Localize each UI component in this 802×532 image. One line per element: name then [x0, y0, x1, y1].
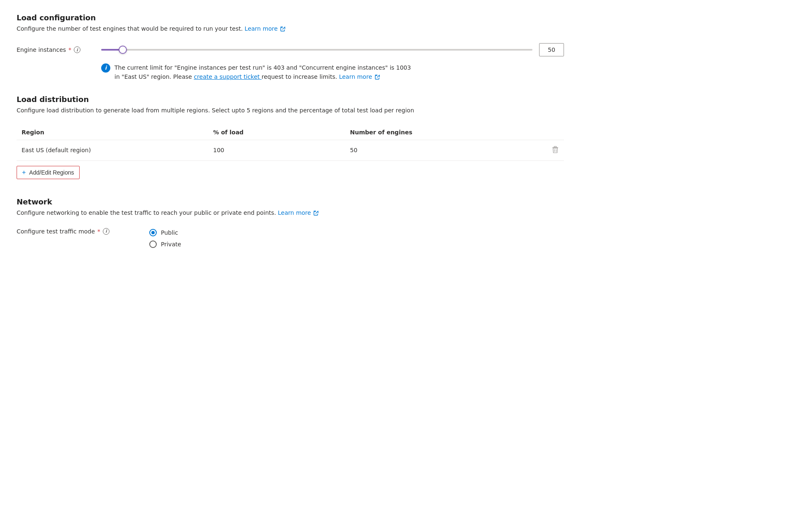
radio-circle-public[interactable] — [149, 229, 157, 236]
load-distribution-title: Load distribution — [17, 95, 564, 104]
svg-rect-1 — [552, 147, 558, 148]
info-circle-icon: i — [101, 63, 110, 73]
info-message-box: i The current limit for "Engine instance… — [101, 63, 416, 82]
traffic-required-indicator: * — [97, 228, 100, 235]
radio-dot-public — [151, 231, 155, 234]
traffic-mode-radio-group: Public Private — [149, 229, 181, 248]
region-cell: East US (default region) — [17, 140, 208, 160]
engine-instances-row: Engine instances * i 50 — [17, 43, 564, 56]
engines-cell: 50 — [345, 140, 509, 160]
info-message-text: The current limit for "Engine instances … — [114, 63, 416, 82]
load-config-title: Load configuration — [17, 13, 564, 22]
radio-option-public[interactable]: Public — [149, 229, 181, 236]
create-support-ticket-link[interactable]: create a support ticket — [194, 73, 261, 80]
external-link-icon-3 — [314, 211, 318, 216]
radio-option-private[interactable]: Private — [149, 240, 181, 248]
load-distribution-section: Load distribution Configure load distrib… — [17, 95, 564, 191]
engine-instances-slider-container: 50 — [101, 43, 564, 56]
table-header-row: Region % of load Number of engines — [17, 125, 564, 140]
load-config-learn-more-link[interactable]: Learn more — [245, 25, 285, 32]
external-link-icon — [280, 27, 285, 32]
add-edit-regions-button[interactable]: + Add/Edit Regions — [17, 166, 80, 179]
column-header-action — [509, 125, 564, 140]
svg-rect-0 — [554, 146, 557, 147]
column-header-engines: Number of engines — [345, 125, 509, 140]
engine-instances-info-icon[interactable]: i — [74, 46, 80, 53]
column-header-load: % of load — [208, 125, 345, 140]
engine-instances-label: Engine instances * i — [17, 46, 91, 53]
load-distribution-table: Region % of load Number of engines East … — [17, 125, 564, 161]
network-section: Network Configure networking to enable t… — [17, 197, 564, 248]
radio-circle-private[interactable] — [149, 240, 157, 248]
info-learn-more-link[interactable]: Learn more — [339, 73, 379, 80]
required-indicator: * — [68, 46, 71, 53]
network-learn-more-link[interactable]: Learn more — [278, 209, 318, 216]
table-header: Region % of load Number of engines — [17, 125, 564, 140]
engine-instances-value[interactable]: 50 — [539, 43, 564, 56]
traffic-mode-row: Configure test traffic mode * i Public P… — [17, 227, 564, 248]
load-config-description: Configure the number of test engines tha… — [17, 24, 564, 33]
load-percent-cell: 100 — [208, 140, 345, 160]
network-description: Configure networking to enable the test … — [17, 209, 564, 217]
load-distribution-description: Configure load distribution to generate … — [17, 106, 564, 115]
external-link-icon-2 — [375, 75, 380, 80]
plus-icon: + — [22, 169, 26, 176]
slider-thumb[interactable] — [119, 46, 127, 54]
traffic-mode-info-icon[interactable]: i — [103, 228, 109, 235]
traffic-mode-label: Configure test traffic mode * i — [17, 227, 124, 235]
delete-row-icon[interactable] — [552, 146, 559, 153]
table-row: East US (default region) 100 50 — [17, 140, 564, 160]
engine-instances-slider[interactable] — [101, 49, 532, 51]
delete-cell — [509, 140, 564, 160]
column-header-region: Region — [17, 125, 208, 140]
network-title: Network — [17, 197, 564, 206]
trash-icon — [552, 146, 559, 153]
table-body: East US (default region) 100 50 — [17, 140, 564, 160]
load-configuration-section: Load configuration Configure the number … — [17, 13, 564, 82]
